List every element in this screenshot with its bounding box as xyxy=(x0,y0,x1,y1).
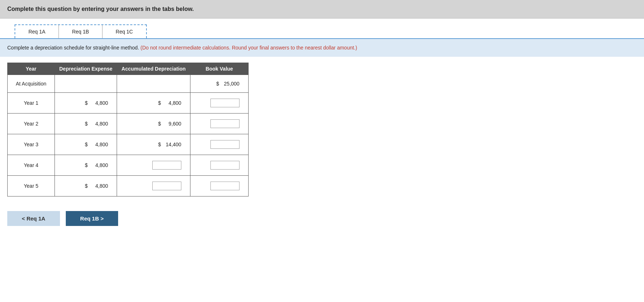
acc-dep-cell-0 xyxy=(117,75,190,93)
dep-expense-cell-4: $ 4,800 xyxy=(55,155,117,176)
year-cell: Year 5 xyxy=(8,176,55,196)
dep-expense-cell-2: $ 4,800 xyxy=(55,114,117,134)
acc-dep-cell-5[interactable] xyxy=(117,176,190,196)
bottom-nav: < Req 1A Req 1B > xyxy=(0,205,644,232)
acc-sym-1: $ xyxy=(158,100,161,106)
acc-val-1: 4,800 xyxy=(163,100,181,106)
acc-dep-cell-2: $ 9,600 xyxy=(117,114,190,134)
book-value-cell-3[interactable] xyxy=(190,134,248,155)
dep-val-3: 4,800 xyxy=(90,142,108,147)
tab-req1b[interactable]: Req 1B xyxy=(59,25,102,38)
book-value-val-0: 25,000 xyxy=(221,81,240,87)
acc-val-3: 14,400 xyxy=(163,142,181,147)
book-value-sym-0: $ xyxy=(216,81,219,87)
col-header-book-value: Book Value xyxy=(190,63,248,75)
tab-req1c[interactable]: Req 1C xyxy=(102,25,146,38)
acc-sym-2: $ xyxy=(158,121,161,127)
table-row: Year 1 $ 4,800 $ 4,800 xyxy=(8,93,249,114)
tabs-container: Req 1A Req 1B Req 1C xyxy=(15,24,147,38)
book-value-cell-1[interactable] xyxy=(190,93,248,114)
table-row: Year 4 $ 4,800 xyxy=(8,155,249,176)
dep-val-4: 4,800 xyxy=(90,162,108,168)
book-value-cell-4[interactable] xyxy=(190,155,248,176)
table-row: At Acquisition $ 25,000 xyxy=(8,75,249,93)
dep-val-1: 4,800 xyxy=(90,100,108,106)
dep-expense-cell-1: $ 4,800 xyxy=(55,93,117,114)
year-cell: Year 1 xyxy=(8,93,55,114)
next-button[interactable]: Req 1B > xyxy=(66,211,118,226)
instruction-area: Complete a depreciation schedule for str… xyxy=(0,38,644,57)
acc-sym-3: $ xyxy=(158,142,161,147)
book-value-cell-2[interactable] xyxy=(190,114,248,134)
table-row: Year 3 $ 4,800 $ 14,400 xyxy=(8,134,249,155)
dep-sym-3: $ xyxy=(85,142,88,147)
book-value-cell-0: $ 25,000 xyxy=(190,75,248,93)
dep-val-2: 4,800 xyxy=(90,121,108,127)
col-header-year: Year xyxy=(8,63,55,75)
table-row: Year 2 $ 4,800 $ 9,600 xyxy=(8,114,249,134)
acc-dep-cell-4[interactable] xyxy=(117,155,190,176)
prev-button[interactable]: < Req 1A xyxy=(7,211,60,226)
dep-expense-cell-0 xyxy=(55,75,117,93)
depreciation-table: Year Depreciation Expense Accumulated De… xyxy=(7,63,249,196)
acc-dep-cell-1: $ 4,800 xyxy=(117,93,190,114)
year-cell: Year 3 xyxy=(8,134,55,155)
instruction-note: (Do not round intermediate calculations.… xyxy=(141,45,357,51)
header-banner: Complete this question by entering your … xyxy=(0,0,644,19)
dep-sym-1: $ xyxy=(85,100,88,106)
tab-req1a[interactable]: Req 1A xyxy=(15,25,59,38)
book-value-cell-5[interactable] xyxy=(190,176,248,196)
dep-expense-cell-5: $ 4,800 xyxy=(55,176,117,196)
year-cell: At Acquisition xyxy=(8,75,55,93)
dep-sym-2: $ xyxy=(85,121,88,127)
dep-expense-cell-3: $ 4,800 xyxy=(55,134,117,155)
year-cell: Year 4 xyxy=(8,155,55,176)
instruction-main: Complete a depreciation schedule for str… xyxy=(7,45,139,51)
acc-val-2: 9,600 xyxy=(163,121,181,127)
table-row: Year 5 $ 4,800 xyxy=(8,176,249,196)
table-section: Year Depreciation Expense Accumulated De… xyxy=(0,57,644,202)
header-instruction: Complete this question by entering your … xyxy=(7,6,194,12)
year-cell: Year 2 xyxy=(8,114,55,134)
dep-sym-4: $ xyxy=(85,162,88,168)
acc-dep-cell-3: $ 14,400 xyxy=(117,134,190,155)
col-header-dep-expense: Depreciation Expense xyxy=(55,63,117,75)
dep-val-5: 4,800 xyxy=(90,183,108,189)
dep-sym-5: $ xyxy=(85,183,88,189)
col-header-acc-dep: Accumulated Depreciation xyxy=(117,63,190,75)
